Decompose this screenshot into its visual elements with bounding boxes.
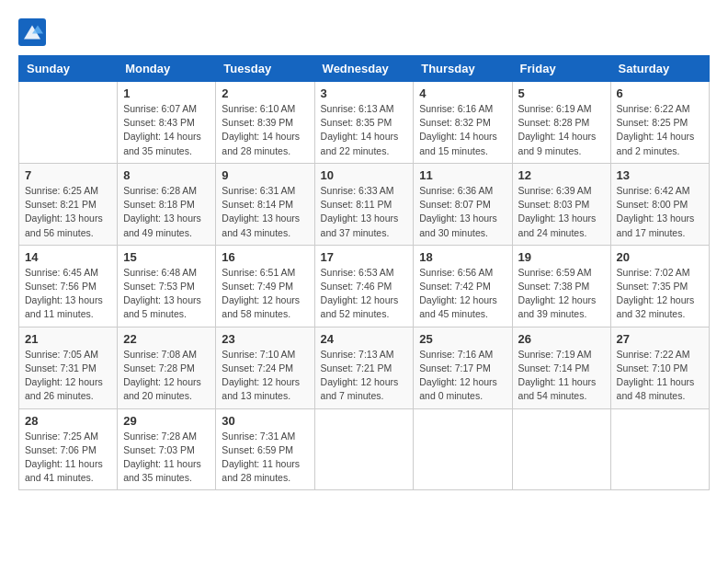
calendar-cell: 26Sunrise: 7:19 AM Sunset: 7:14 PM Dayli… [512,327,610,408]
day-info: Sunrise: 7:22 AM Sunset: 7:10 PM Dayligh… [617,348,703,404]
calendar-cell: 4Sunrise: 6:16 AM Sunset: 8:32 PM Daylig… [414,82,512,164]
day-number: 17 [321,250,408,264]
day-info: Sunrise: 7:16 AM Sunset: 7:17 PM Dayligh… [419,348,506,404]
week-row-4: 21Sunrise: 7:05 AM Sunset: 7:31 PM Dayli… [19,327,710,408]
calendar-cell: 10Sunrise: 6:33 AM Sunset: 8:11 PM Dayli… [314,163,414,245]
weekday-header-row: SundayMondayTuesdayWednesdayThursdayFrid… [19,56,710,82]
day-number: 13 [617,168,703,182]
calendar-cell: 21Sunrise: 7:05 AM Sunset: 7:31 PM Dayli… [19,327,118,408]
day-info: Sunrise: 6:25 AM Sunset: 8:21 PM Dayligh… [25,184,111,240]
day-number: 19 [518,250,605,264]
logo [18,18,50,46]
calendar-cell: 27Sunrise: 7:22 AM Sunset: 7:10 PM Dayli… [610,327,709,408]
weekday-header-sunday: Sunday [19,56,118,82]
day-info: Sunrise: 6:39 AM Sunset: 8:03 PM Dayligh… [518,184,605,240]
day-info: Sunrise: 6:56 AM Sunset: 7:42 PM Dayligh… [419,266,506,322]
day-number: 26 [518,332,605,346]
calendar-cell: 24Sunrise: 7:13 AM Sunset: 7:21 PM Dayli… [314,327,414,408]
weekday-header-saturday: Saturday [610,56,709,82]
day-info: Sunrise: 7:02 AM Sunset: 7:35 PM Dayligh… [617,266,703,322]
calendar-cell: 1Sunrise: 6:07 AM Sunset: 8:43 PM Daylig… [118,82,216,164]
day-info: Sunrise: 7:25 AM Sunset: 7:06 PM Dayligh… [25,430,111,486]
day-info: Sunrise: 6:59 AM Sunset: 7:38 PM Dayligh… [518,266,605,322]
day-number: 4 [419,86,506,100]
calendar-cell [314,408,414,490]
day-number: 3 [321,86,408,100]
day-info: Sunrise: 6:51 AM Sunset: 7:49 PM Dayligh… [222,266,308,322]
calendar-cell: 25Sunrise: 7:16 AM Sunset: 7:17 PM Dayli… [414,327,512,408]
day-number: 21 [25,332,111,346]
day-info: Sunrise: 6:13 AM Sunset: 8:35 PM Dayligh… [321,102,408,158]
day-number: 5 [518,86,605,100]
day-number: 18 [419,250,506,264]
calendar-cell: 19Sunrise: 6:59 AM Sunset: 7:38 PM Dayli… [512,245,610,327]
calendar-cell: 23Sunrise: 7:10 AM Sunset: 7:24 PM Dayli… [216,327,314,408]
day-number: 10 [321,168,408,182]
day-number: 15 [123,250,210,264]
day-info: Sunrise: 6:10 AM Sunset: 8:39 PM Dayligh… [222,102,308,158]
day-info: Sunrise: 6:53 AM Sunset: 7:46 PM Dayligh… [321,266,408,322]
calendar-cell: 9Sunrise: 6:31 AM Sunset: 8:14 PM Daylig… [216,163,314,245]
calendar-cell: 3Sunrise: 6:13 AM Sunset: 8:35 PM Daylig… [314,82,414,164]
day-number: 30 [222,414,308,428]
day-info: Sunrise: 6:48 AM Sunset: 7:53 PM Dayligh… [123,266,210,322]
week-row-1: 1Sunrise: 6:07 AM Sunset: 8:43 PM Daylig… [19,82,710,164]
day-number: 22 [123,332,210,346]
day-number: 11 [419,168,506,182]
day-number: 24 [321,332,408,346]
day-info: Sunrise: 6:19 AM Sunset: 8:28 PM Dayligh… [518,102,605,158]
calendar-cell: 15Sunrise: 6:48 AM Sunset: 7:53 PM Dayli… [118,245,216,327]
day-number: 2 [222,86,308,100]
calendar-cell: 29Sunrise: 7:28 AM Sunset: 7:03 PM Dayli… [118,408,216,490]
day-info: Sunrise: 7:10 AM Sunset: 7:24 PM Dayligh… [222,348,308,404]
day-number: 12 [518,168,605,182]
calendar-cell [414,408,512,490]
calendar-cell: 12Sunrise: 6:39 AM Sunset: 8:03 PM Dayli… [512,163,610,245]
calendar-cell: 14Sunrise: 6:45 AM Sunset: 7:56 PM Dayli… [19,245,118,327]
day-number: 1 [123,86,210,100]
day-number: 16 [222,250,308,264]
day-info: Sunrise: 7:05 AM Sunset: 7:31 PM Dayligh… [25,348,111,404]
day-number: 14 [25,250,111,264]
day-info: Sunrise: 6:22 AM Sunset: 8:25 PM Dayligh… [617,102,703,158]
calendar-cell: 17Sunrise: 6:53 AM Sunset: 7:46 PM Dayli… [314,245,414,327]
calendar-cell: 2Sunrise: 6:10 AM Sunset: 8:39 PM Daylig… [216,82,314,164]
day-info: Sunrise: 7:19 AM Sunset: 7:14 PM Dayligh… [518,348,605,404]
calendar-cell: 13Sunrise: 6:42 AM Sunset: 8:00 PM Dayli… [610,163,709,245]
calendar-cell: 5Sunrise: 6:19 AM Sunset: 8:28 PM Daylig… [512,82,610,164]
day-info: Sunrise: 7:28 AM Sunset: 7:03 PM Dayligh… [123,430,210,486]
weekday-header-wednesday: Wednesday [314,56,414,82]
day-info: Sunrise: 6:07 AM Sunset: 8:43 PM Dayligh… [123,102,210,158]
day-info: Sunrise: 6:28 AM Sunset: 8:18 PM Dayligh… [123,184,210,240]
day-info: Sunrise: 6:42 AM Sunset: 8:00 PM Dayligh… [617,184,703,240]
day-info: Sunrise: 6:16 AM Sunset: 8:32 PM Dayligh… [419,102,506,158]
calendar-cell: 7Sunrise: 6:25 AM Sunset: 8:21 PM Daylig… [19,163,118,245]
day-info: Sunrise: 7:13 AM Sunset: 7:21 PM Dayligh… [321,348,408,404]
calendar-cell: 8Sunrise: 6:28 AM Sunset: 8:18 PM Daylig… [118,163,216,245]
weekday-header-tuesday: Tuesday [216,56,314,82]
day-number: 9 [222,168,308,182]
day-number: 29 [123,414,210,428]
day-number: 28 [25,414,111,428]
week-row-2: 7Sunrise: 6:25 AM Sunset: 8:21 PM Daylig… [19,163,710,245]
week-row-5: 28Sunrise: 7:25 AM Sunset: 7:06 PM Dayli… [19,408,710,490]
weekday-header-thursday: Thursday [414,56,512,82]
day-info: Sunrise: 6:31 AM Sunset: 8:14 PM Dayligh… [222,184,308,240]
calendar-cell: 11Sunrise: 6:36 AM Sunset: 8:07 PM Dayli… [414,163,512,245]
calendar-cell [19,82,118,164]
day-info: Sunrise: 6:45 AM Sunset: 7:56 PM Dayligh… [25,266,111,322]
day-number: 25 [419,332,506,346]
weekday-header-monday: Monday [118,56,216,82]
day-info: Sunrise: 7:31 AM Sunset: 6:59 PM Dayligh… [222,430,308,486]
calendar-cell: 18Sunrise: 6:56 AM Sunset: 7:42 PM Dayli… [414,245,512,327]
day-info: Sunrise: 6:33 AM Sunset: 8:11 PM Dayligh… [321,184,408,240]
day-info: Sunrise: 6:36 AM Sunset: 8:07 PM Dayligh… [419,184,506,240]
page-header [18,18,710,46]
logo-icon [18,18,46,46]
day-number: 27 [617,332,703,346]
weekday-header-friday: Friday [512,56,610,82]
calendar-cell: 16Sunrise: 6:51 AM Sunset: 7:49 PM Dayli… [216,245,314,327]
day-info: Sunrise: 7:08 AM Sunset: 7:28 PM Dayligh… [123,348,210,404]
week-row-3: 14Sunrise: 6:45 AM Sunset: 7:56 PM Dayli… [19,245,710,327]
calendar-cell: 30Sunrise: 7:31 AM Sunset: 6:59 PM Dayli… [216,408,314,490]
